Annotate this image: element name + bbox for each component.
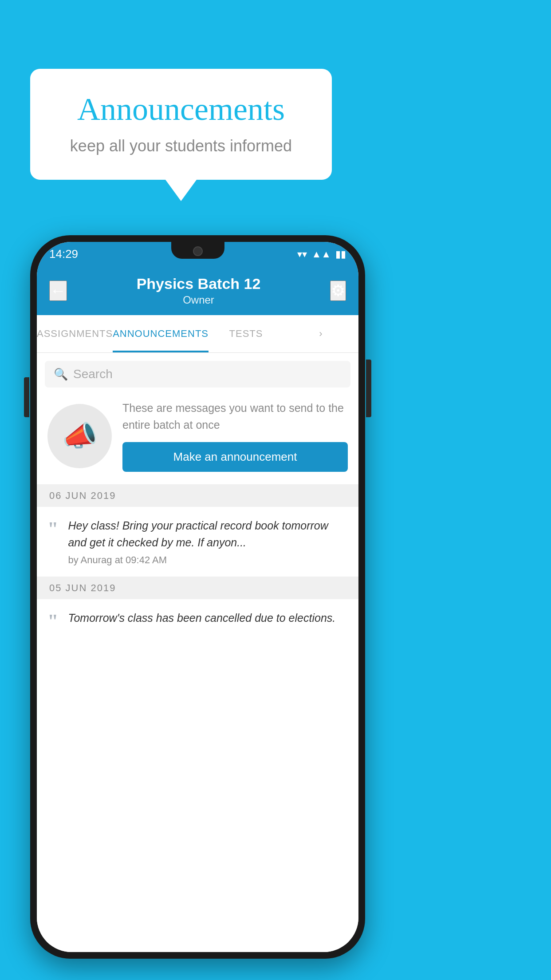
tabs-bar: ASSIGNMENTS ANNOUNCEMENTS TESTS › bbox=[37, 315, 358, 353]
tab-assignments[interactable]: ASSIGNMENTS bbox=[37, 315, 113, 352]
wifi-icon: ▾▾ bbox=[297, 249, 307, 260]
quote-icon-2: " bbox=[47, 612, 58, 631]
prompt-description: These are messages you want to send to t… bbox=[122, 400, 348, 433]
bubble-title: Announcements bbox=[57, 91, 305, 128]
search-bar[interactable]: 🔍 Search bbox=[45, 361, 350, 387]
header-subtitle: Owner bbox=[67, 294, 330, 306]
announcement-content-1: Hey class! Bring your practical record b… bbox=[68, 518, 348, 566]
header-title: Physics Batch 12 bbox=[67, 275, 330, 292]
announcement-content-2: Tomorrow's class has been cancelled due … bbox=[68, 610, 348, 630]
status-time: 14:29 bbox=[49, 247, 78, 261]
speech-bubble: Announcements keep all your students inf… bbox=[30, 69, 332, 180]
tab-tests[interactable]: TESTS bbox=[209, 315, 283, 352]
notch bbox=[171, 242, 224, 259]
camera bbox=[193, 246, 203, 256]
search-placeholder: Search bbox=[73, 367, 113, 381]
search-icon: 🔍 bbox=[54, 368, 68, 381]
header-title-block: Physics Batch 12 Owner bbox=[67, 275, 330, 306]
date-divider-1: 06 JUN 2019 bbox=[37, 485, 358, 507]
announcement-prompt: 📣 These are messages you want to send to… bbox=[37, 387, 358, 485]
announcement-meta-1: by Anurag at 09:42 AM bbox=[68, 554, 348, 566]
date-divider-2: 05 JUN 2019 bbox=[37, 577, 358, 599]
signal-icon: ▲▲ bbox=[311, 249, 331, 260]
announcement-text-1: Hey class! Bring your practical record b… bbox=[68, 518, 348, 551]
announcement-item-2[interactable]: " Tomorrow's class has been cancelled du… bbox=[37, 599, 358, 642]
prompt-right: These are messages you want to send to t… bbox=[122, 400, 348, 472]
phone-wrapper: 14:29 ▾▾ ▲▲ ▮▮ ← Physics Batch 12 Owner … bbox=[30, 235, 365, 959]
app-header: ← Physics Batch 12 Owner ⚙ bbox=[37, 266, 358, 315]
back-button[interactable]: ← bbox=[49, 281, 67, 301]
announcement-item-1[interactable]: " Hey class! Bring your practical record… bbox=[37, 507, 358, 577]
make-announcement-button[interactable]: Make an announcement bbox=[122, 442, 348, 472]
announcement-text-2: Tomorrow's class has been cancelled due … bbox=[68, 610, 348, 627]
phone-screen: 14:29 ▾▾ ▲▲ ▮▮ ← Physics Batch 12 Owner … bbox=[37, 242, 358, 952]
content-area: 🔍 Search 📣 These are messages you want t… bbox=[37, 353, 358, 952]
megaphone-icon: 📣 bbox=[62, 419, 98, 453]
phone-outer: 14:29 ▾▾ ▲▲ ▮▮ ← Physics Batch 12 Owner … bbox=[30, 235, 365, 959]
settings-button[interactable]: ⚙ bbox=[330, 281, 346, 301]
megaphone-circle: 📣 bbox=[47, 404, 112, 468]
bubble-subtitle: keep all your students informed bbox=[57, 137, 305, 155]
battery-icon: ▮▮ bbox=[335, 249, 346, 260]
tab-more[interactable]: › bbox=[283, 315, 358, 352]
tab-announcements[interactable]: ANNOUNCEMENTS bbox=[113, 315, 209, 352]
speech-bubble-container: Announcements keep all your students inf… bbox=[30, 69, 332, 180]
status-icons: ▾▾ ▲▲ ▮▮ bbox=[297, 249, 346, 260]
quote-icon-1: " bbox=[47, 519, 58, 539]
